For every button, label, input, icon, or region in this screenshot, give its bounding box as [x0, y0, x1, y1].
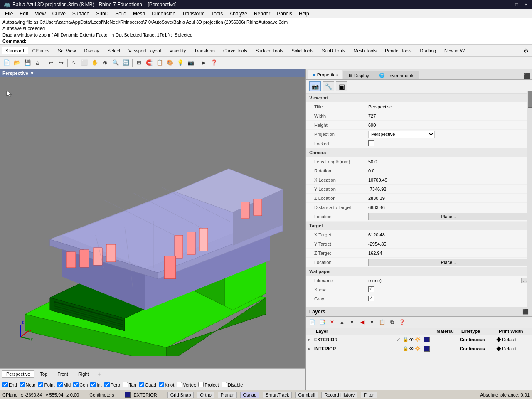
layer-up-btn[interactable]: ▲ — [337, 318, 347, 326]
gray-checkbox[interactable] — [368, 296, 374, 301]
planar-btn[interactable]: Planar — [218, 392, 237, 398]
snap-end[interactable]: End — [2, 382, 17, 387]
layer-btn[interactable]: 📋 — [155, 58, 165, 68]
record-history-btn[interactable]: Record History — [321, 392, 357, 398]
snap-disable[interactable]: Disable — [222, 382, 243, 387]
viewport-canvas[interactable]: x y z — [0, 77, 305, 368]
tab-viewport-layout[interactable]: Viewport Layout — [125, 47, 165, 54]
zoom-in-btn[interactable]: 🔍 — [111, 58, 121, 68]
layer-new-sublayer-btn[interactable]: 📑 — [318, 318, 327, 326]
interior-lock-icon[interactable]: 🔒 — [403, 346, 409, 351]
layer-down-btn[interactable]: ▼ — [347, 318, 357, 326]
tab-visibility[interactable]: Visibility — [166, 47, 190, 54]
open-btn[interactable]: 📂 — [12, 58, 22, 68]
close-btn[interactable]: ✕ — [523, 2, 529, 7]
menu-panels[interactable]: Panels — [273, 9, 296, 18]
snap-vertex[interactable]: Vertex — [177, 382, 196, 387]
grid-btn[interactable]: ⊞ — [134, 58, 144, 68]
snap-knot[interactable]: Knot — [159, 382, 175, 387]
snap-tan[interactable]: Tan — [123, 382, 136, 387]
window-select-btn[interactable]: ⬜ — [79, 58, 89, 68]
camera-place-btn[interactable]: Place... — [368, 213, 529, 220]
options-icon[interactable]: ⚙ — [522, 47, 530, 54]
interior-render-icon[interactable]: 🔆 — [415, 346, 421, 351]
save-btn[interactable]: 💾 — [22, 58, 32, 68]
maximize-btn[interactable]: □ — [514, 2, 520, 7]
tab-select[interactable]: Select — [104, 47, 124, 54]
tab-render-tools[interactable]: Render Tools — [381, 47, 416, 54]
subtab-rect[interactable]: ▣ — [336, 81, 347, 91]
print-btn[interactable]: 🖨 — [33, 58, 43, 68]
tab-solid-tools[interactable]: Solid Tools — [288, 47, 317, 54]
snap-perp[interactable]: Perp — [104, 382, 120, 387]
subtab-camera[interactable]: 📷 — [309, 81, 321, 91]
undo-btn[interactable]: ↩ — [46, 58, 56, 68]
exterior-expand[interactable]: ▶ — [308, 337, 313, 342]
tab-display[interactable]: Display — [80, 47, 103, 54]
snap-btn[interactable]: 🧲 — [144, 58, 154, 68]
ortho-btn[interactable]: Ortho — [197, 392, 214, 398]
menu-curve[interactable]: Curve — [49, 9, 69, 18]
tab-subd-tools[interactable]: SubD Tools — [318, 47, 349, 54]
tab-environments[interactable]: 🌐 Environments — [374, 71, 419, 79]
smarttrack-btn[interactable]: SmartTrack — [263, 392, 292, 398]
menu-file[interactable]: File — [2, 9, 16, 18]
snap-quad[interactable]: Quad — [139, 382, 156, 387]
new-btn[interactable]: 📄 — [2, 58, 12, 68]
snap-near[interactable]: Near — [20, 382, 36, 387]
light-btn[interactable]: 💡 — [175, 58, 185, 68]
snap-project[interactable]: Project — [198, 382, 219, 387]
interior-expand[interactable]: ▶ — [308, 347, 313, 351]
menu-subd[interactable]: SubD — [93, 9, 112, 18]
minimize-btn[interactable]: − — [505, 2, 510, 7]
exterior-check[interactable]: ✓ — [394, 337, 403, 342]
vp-tab-right[interactable]: Right — [74, 370, 94, 378]
layer-filter-btn[interactable]: ▼ — [367, 318, 377, 326]
tab-cplanes[interactable]: CPlanes — [29, 47, 54, 54]
menu-transform[interactable]: Transform — [179, 9, 208, 18]
subtab-settings[interactable]: 🔧 — [323, 81, 334, 91]
menu-analyze[interactable]: Analyze — [226, 9, 251, 18]
tab-drafting[interactable]: Drafting — [416, 47, 440, 54]
tab-display[interactable]: 🖥 Display — [343, 71, 374, 79]
scrollbar-thumb[interactable] — [528, 91, 532, 108]
interior-color[interactable] — [424, 346, 430, 352]
viewport-dropdown-arrow[interactable]: ▼ — [30, 71, 34, 76]
menu-tools[interactable]: Tools — [208, 9, 226, 18]
add-viewport-btn[interactable]: + — [94, 370, 104, 378]
projection-select[interactable]: Perspective Parallel Two Point Perspecti… — [368, 131, 435, 138]
snap-mid[interactable]: Mid — [57, 382, 71, 387]
tab-transform[interactable]: Transform — [190, 47, 219, 54]
menu-edit[interactable]: Edit — [16, 9, 32, 18]
vp-tab-top[interactable]: Top — [35, 370, 52, 378]
locked-checkbox[interactable] — [368, 140, 374, 146]
tab-mesh-tools[interactable]: Mesh Tools — [350, 47, 380, 54]
tab-setview[interactable]: Set View — [54, 47, 79, 54]
layer-new-btn[interactable]: 📄 — [308, 318, 317, 326]
target-place-btn[interactable]: Place... — [368, 259, 529, 266]
interior-visible-icon[interactable]: 👁 — [409, 346, 414, 351]
camera-btn[interactable]: 📷 — [186, 58, 196, 68]
menu-mesh[interactable]: Mesh — [130, 9, 148, 18]
material-btn[interactable]: 🎨 — [165, 58, 175, 68]
menu-surface[interactable]: Surface — [69, 9, 93, 18]
zoom-extent-btn[interactable]: ⊕ — [100, 58, 110, 68]
select-btn[interactable]: ↖ — [69, 58, 79, 68]
layer-copy-btn[interactable]: 📋 — [377, 318, 387, 326]
layer-paste-btn[interactable]: ⧉ — [387, 318, 397, 326]
menu-view[interactable]: View — [32, 9, 49, 18]
tab-properties[interactable]: ● Properties — [308, 70, 342, 79]
show-checkbox[interactable] — [368, 286, 374, 292]
panel-expand-btn[interactable]: ⬛ — [523, 73, 530, 79]
layers-expand-btn[interactable]: ⬛ — [522, 309, 529, 315]
exterior-visible-icon[interactable]: 👁 — [409, 337, 414, 342]
pan-btn[interactable]: ✋ — [90, 58, 100, 68]
layer-exterior[interactable]: ▶ EXTERIOR ✓ 🔒 👁 🔆 Continuous — [306, 335, 532, 344]
grid-snap-btn[interactable]: Grid Snap — [167, 392, 194, 398]
filter-btn[interactable]: Filter — [361, 392, 377, 398]
menu-help[interactable]: Help — [296, 9, 313, 18]
snap-int[interactable]: Int — [90, 382, 101, 387]
layer-interior[interactable]: ▶ INTERIOR 🔒 👁 🔆 Continuous — [306, 344, 532, 353]
layer-move-left-btn[interactable]: ◀ — [357, 318, 367, 326]
snap-point[interactable]: Point — [38, 382, 54, 387]
